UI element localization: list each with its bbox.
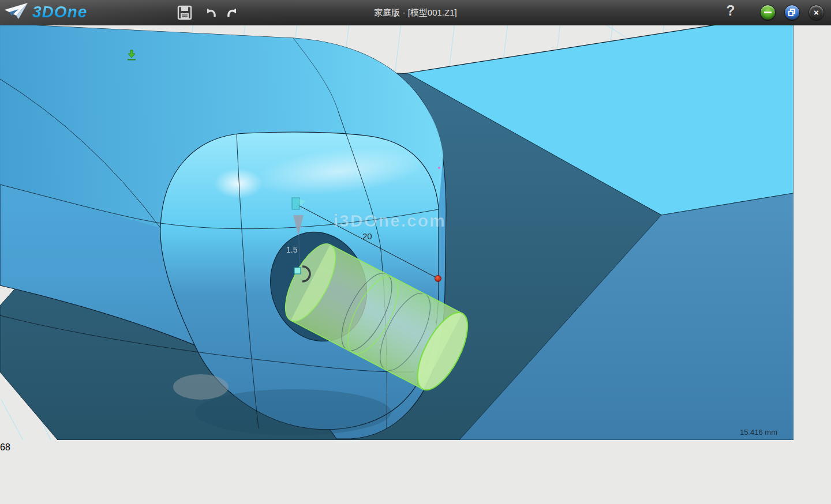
flag-handle-icon [292, 198, 300, 209]
save-icon[interactable] [177, 5, 193, 21]
undo-icon[interactable] [202, 5, 218, 21]
title-bar: 3DOne 家庭版 - [模型001.Z1] ? × [0, 0, 831, 25]
primitive-shapes-icon[interactable] [0, 453, 831, 504]
badge-value: 68 [0, 442, 10, 452]
help-button[interactable]: ? [724, 2, 738, 19]
redo-icon[interactable] [225, 5, 241, 21]
paper-plane-icon [3, 2, 29, 22]
dimension-label-1-5: 1.5 [286, 245, 298, 254]
pick-point-arrow-icon[interactable] [126, 50, 137, 61]
viewport-3d[interactable]: 20 1.5 i3DOne.com 15.416 mm [0, 0, 793, 440]
left-toolbar [0, 453, 831, 504]
app-logo: 3DOne [3, 2, 87, 22]
minimize-button[interactable] [760, 5, 776, 20]
watermark: i3DOne.com [334, 211, 446, 230]
square-handle-icon [294, 268, 301, 274]
status-distance: 15.416 mm [740, 428, 777, 437]
close-button[interactable]: × [808, 5, 824, 20]
app-logo-text: 3DOne [32, 3, 87, 21]
vertex-dot [438, 167, 440, 169]
3done-app-window: 20 1.5 i3DOne.com 15.416 mm 68 [0, 0, 831, 504]
restore-button[interactable] [784, 5, 800, 20]
drag-handle-dot[interactable] [435, 276, 441, 282]
community-score-badge[interactable]: 68 [0, 442, 831, 453]
dimension-label-20[interactable]: 20 [362, 231, 372, 241]
